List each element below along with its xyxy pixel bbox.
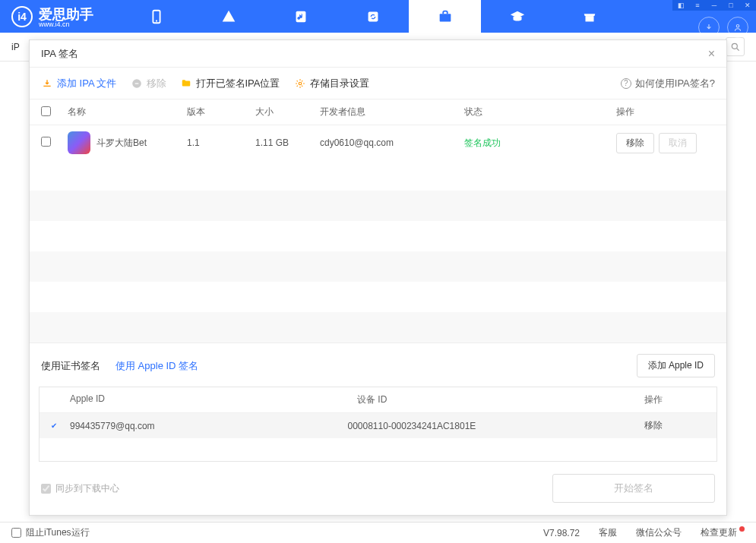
- select-all-checkbox[interactable]: [41, 106, 51, 116]
- sync-checkbox-input: [41, 484, 51, 494]
- win-theme-icon[interactable]: ◧: [672, 0, 689, 11]
- empty-row: [30, 282, 726, 312]
- col-size: 大小: [255, 106, 320, 118]
- nav-apps-icon[interactable]: [192, 0, 264, 33]
- tab-cert-sign[interactable]: 使用证书签名: [41, 359, 100, 373]
- empty-row: [30, 221, 726, 251]
- row-remove-button[interactable]: 移除: [616, 133, 654, 153]
- nav-device-icon[interactable]: [120, 0, 192, 33]
- update-link[interactable]: 检查更新: [701, 526, 745, 539]
- footer-left: 阻止iTunes运行: [11, 526, 90, 539]
- col-action: 操作: [616, 106, 715, 118]
- svg-rect-3: [368, 11, 378, 21]
- appleid-remove-button[interactable]: 移除: [644, 419, 705, 432]
- close-icon[interactable]: ×: [708, 47, 715, 61]
- row-version: 1.1: [187, 137, 255, 148]
- service-link[interactable]: 客服: [599, 526, 617, 539]
- svg-line-8: [736, 48, 739, 50]
- header-right-icons: [698, 17, 748, 38]
- win-close-icon[interactable]: ✕: [739, 0, 756, 11]
- nav-sync-icon[interactable]: [337, 0, 409, 33]
- status-bar: 阻止iTunes运行 V7.98.72 客服 微信公众号 检查更新: [0, 522, 756, 543]
- footer-right: V7.98.72 客服 微信公众号 检查更新: [543, 526, 745, 539]
- app-header: i4 爱思助手 www.i4.cn ◧ ≡ ─ □ ✕: [0, 0, 756, 33]
- col-device-id: 设备 ID: [357, 393, 644, 406]
- start-sign-button[interactable]: 开始签名: [552, 474, 715, 503]
- row-developer: cdy0610@qq.com: [320, 137, 464, 148]
- folder-icon: [180, 77, 192, 90]
- help-link[interactable]: ? 如何使用IPA签名?: [621, 77, 715, 90]
- row-size: 1.11 GB: [255, 137, 320, 148]
- logo-icon: i4: [11, 6, 33, 27]
- row-status: 签名成功: [464, 137, 616, 150]
- col-developer: 开发者信息: [320, 106, 464, 118]
- help-icon: ?: [621, 78, 631, 89]
- storage-settings-button[interactable]: 存储目录设置: [294, 77, 369, 90]
- add-appleid-button[interactable]: 添加 Apple ID: [637, 354, 715, 377]
- nav-music-icon[interactable]: [264, 0, 337, 33]
- sync-checkbox[interactable]: 同步到下载中心: [41, 482, 119, 495]
- modal-footer: 同步到下载中心 开始签名: [30, 462, 726, 515]
- cert-tabs: 使用证书签名 使用 Apple ID 签名 添加 Apple ID: [39, 354, 717, 387]
- appleid-value: 994435779@qq.com: [70, 421, 155, 431]
- row-cancel-button: 取消: [659, 133, 697, 153]
- row-checkbox[interactable]: [41, 137, 51, 147]
- check-icon: ✔: [51, 421, 62, 430]
- open-signed-button[interactable]: 打开已签名IPA位置: [180, 77, 280, 90]
- table-header: 名称 版本 大小 开发者信息 状态 操作: [30, 99, 726, 125]
- col-version: 版本: [187, 106, 255, 118]
- remove-button: 移除: [131, 77, 166, 90]
- svg-rect-4: [439, 14, 451, 21]
- remove-icon: [131, 77, 143, 90]
- gear-icon: [294, 77, 306, 90]
- table-row: 斗罗大陆Bet 1.1 1.11 GB cdy0610@qq.com 签名成功 …: [30, 125, 726, 160]
- win-maximize-icon[interactable]: □: [723, 0, 739, 11]
- block-itunes-label: 阻止iTunes运行: [26, 526, 90, 539]
- search-icon[interactable]: [726, 37, 745, 56]
- empty-row: [30, 191, 726, 221]
- cert-section: 使用证书签名 使用 Apple ID 签名 添加 Apple ID Apple …: [30, 343, 726, 462]
- tab-appleid-sign[interactable]: 使用 Apple ID 签名: [115, 359, 198, 373]
- app-name: 斗罗大陆Bet: [96, 137, 147, 150]
- empty-row: [30, 160, 726, 191]
- win-minimize-icon[interactable]: ─: [706, 0, 723, 11]
- svg-point-11: [299, 82, 302, 85]
- logo-area: i4 爱思助手 www.i4.cn: [0, 5, 93, 28]
- svg-rect-5: [585, 16, 593, 21]
- sub-header-label: iP: [11, 42, 20, 52]
- update-dot-icon: [739, 526, 745, 532]
- wechat-link[interactable]: 微信公众号: [636, 526, 682, 539]
- device-id-value: 00008110-000234241AC1801E: [348, 421, 645, 431]
- col-status: 状态: [464, 106, 616, 118]
- add-ipa-button[interactable]: 添加 IPA 文件: [41, 77, 117, 90]
- ipa-sign-modal: IPA 签名 × 添加 IPA 文件 移除 打开已签名IPA位置 存储目录设置 …: [29, 39, 727, 516]
- version-label: V7.98.72: [543, 528, 580, 538]
- col-appleid: Apple ID: [51, 393, 357, 406]
- download-icon[interactable]: [698, 17, 720, 38]
- empty-row: [30, 312, 726, 343]
- block-itunes-checkbox[interactable]: [11, 528, 21, 538]
- modal-toolbar: 添加 IPA 文件 移除 打开已签名IPA位置 存储目录设置 ? 如何使用IPA…: [30, 68, 726, 99]
- modal-header: IPA 签名 ×: [30, 40, 726, 68]
- download-folder-icon: [41, 77, 53, 90]
- win-list-icon[interactable]: ≡: [689, 0, 706, 11]
- svg-point-6: [736, 25, 739, 28]
- appleid-table-header: Apple ID 设备 ID 操作: [40, 387, 716, 413]
- nav-tabs: [120, 0, 625, 33]
- appleid-row[interactable]: ✔ 994435779@qq.com 00008110-000234241AC1…: [40, 413, 716, 438]
- user-icon[interactable]: [727, 17, 748, 38]
- empty-row: [30, 251, 726, 282]
- nav-store-icon[interactable]: [553, 0, 625, 33]
- nav-toolbox-icon[interactable]: [409, 0, 481, 33]
- ipa-table: 名称 版本 大小 开发者信息 状态 操作 斗罗大陆Bet 1.1 1.11 GB…: [30, 99, 726, 343]
- window-controls: ◧ ≡ ─ □ ✕: [672, 0, 756, 11]
- col-name: 名称: [68, 106, 187, 118]
- nav-education-icon[interactable]: [481, 0, 553, 33]
- app-icon: [68, 131, 90, 154]
- appleid-table: Apple ID 设备 ID 操作 ✔ 994435779@qq.com 000…: [39, 387, 717, 462]
- modal-title: IPA 签名: [41, 47, 78, 61]
- col-action: 操作: [644, 393, 705, 406]
- svg-point-7: [732, 43, 737, 49]
